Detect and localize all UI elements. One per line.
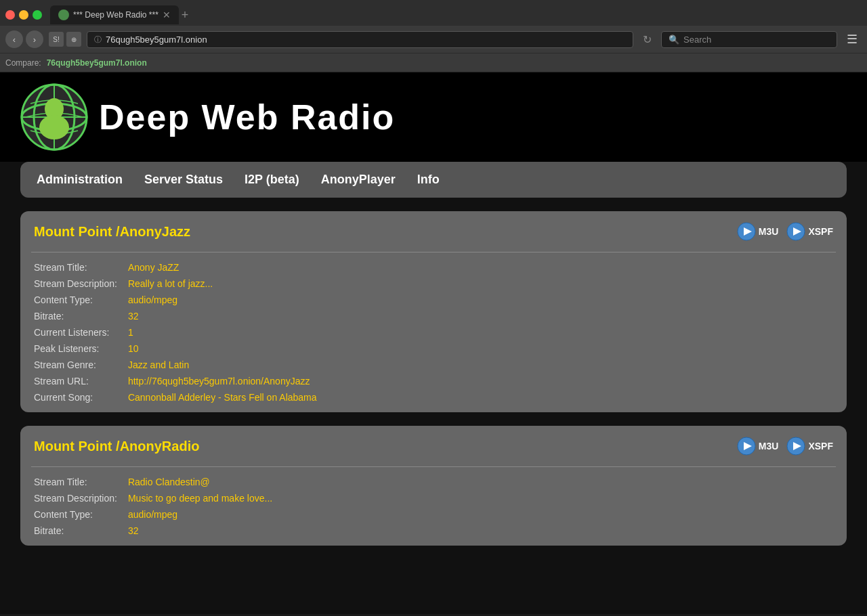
window-close-btn[interactable] bbox=[5, 10, 15, 20]
url-text: 76qugh5bey5gum7l.onion bbox=[106, 35, 207, 45]
value-content-type-0: audio/mpeg bbox=[128, 294, 833, 305]
value-current-listeners-0: 1 bbox=[128, 327, 833, 338]
mount-details-anony-jazz: Stream Title: Anony JaZZ Stream Descript… bbox=[20, 252, 847, 412]
label-content-type-1: Content Type: bbox=[34, 509, 117, 520]
nav-info[interactable]: Info bbox=[417, 173, 440, 187]
mount-card-anony-jazz: Mount Point /AnonyJazz M3U bbox=[20, 211, 847, 412]
xspf-label-anony-jazz: XSPF bbox=[808, 226, 833, 237]
label-peak-listeners-0: Peak Listeners: bbox=[34, 343, 117, 354]
xspf-btn-anony-radio[interactable]: XSPF bbox=[786, 437, 833, 456]
tab-bar: *** Deep Web Radio *** ✕ + bbox=[0, 0, 867, 26]
back-btn[interactable]: ‹ bbox=[5, 30, 23, 48]
m3u-label-anony-radio: M3U bbox=[759, 441, 779, 452]
page-content: Deep Web Radio Administration Server Sta… bbox=[0, 72, 867, 614]
search-bar[interactable]: 🔍 Search bbox=[661, 31, 837, 48]
value-stream-genre-0: Jazz and Latin bbox=[128, 359, 833, 370]
site-title: Deep Web Radio bbox=[99, 97, 395, 137]
label-current-listeners-0: Current Listeners: bbox=[34, 327, 117, 338]
value-bitrate-1: 32 bbox=[128, 525, 833, 536]
label-content-type-0: Content Type: bbox=[34, 294, 117, 305]
nav-anony-player[interactable]: AnonyPlayer bbox=[321, 173, 396, 187]
mount-header-anony-radio: Mount Point /AnonyRadio M3U bbox=[20, 426, 847, 466]
window-min-btn[interactable] bbox=[19, 10, 28, 20]
site-header: Deep Web Radio bbox=[0, 72, 867, 162]
mount-card-anony-radio: Mount Point /AnonyRadio M3U bbox=[20, 426, 847, 546]
window-max-btn[interactable] bbox=[33, 10, 42, 20]
reload-btn[interactable]: ↻ bbox=[639, 32, 656, 47]
nav-server-status[interactable]: Server Status bbox=[144, 173, 223, 187]
label-current-song-0: Current Song: bbox=[34, 392, 117, 403]
mount-header-anony-jazz: Mount Point /AnonyJazz M3U bbox=[20, 211, 847, 252]
compare-url: 76qugh5bey5gum7l.onion bbox=[47, 58, 147, 68]
svg-point-7 bbox=[39, 115, 69, 139]
m3u-btn-anony-jazz[interactable]: M3U bbox=[737, 222, 779, 241]
value-stream-title-0: Anony JaZZ bbox=[128, 262, 833, 273]
value-current-song-0: Cannonball Adderley - Stars Fell on Alab… bbox=[128, 392, 833, 403]
forward-btn[interactable]: › bbox=[26, 30, 43, 48]
m3u-btn-anony-radio[interactable]: M3U bbox=[737, 437, 779, 456]
search-placeholder: Search bbox=[683, 35, 711, 45]
value-peak-listeners-0: 10 bbox=[128, 343, 833, 354]
m3u-label-anony-jazz: M3U bbox=[759, 226, 779, 237]
tab-title: *** Deep Web Radio *** bbox=[73, 10, 158, 20]
mount-actions-anony-jazz: M3U XSPF bbox=[737, 222, 833, 241]
value-stream-url-0[interactable]: http://76qugh5bey5gum7l.onion/AnonyJazz bbox=[128, 376, 833, 387]
mount-title-anony-radio: Mount Point /AnonyRadio bbox=[34, 439, 199, 454]
label-stream-desc-0: Stream Description: bbox=[34, 278, 117, 289]
tab-favicon bbox=[58, 9, 69, 20]
value-stream-desc-1: Music to go deep and make love... bbox=[128, 493, 833, 504]
label-bitrate-0: Bitrate: bbox=[34, 311, 117, 322]
compare-toolbar: Compare: 76qugh5bey5gum7l.onion bbox=[0, 53, 867, 72]
label-stream-genre-0: Stream Genre: bbox=[34, 359, 117, 370]
new-tab-btn[interactable]: + bbox=[182, 8, 189, 22]
nav-administration[interactable]: Administration bbox=[37, 173, 123, 187]
mount-details-anony-radio: Stream Title: Radio Clandestin@ Stream D… bbox=[20, 467, 847, 546]
label-stream-title-0: Stream Title: bbox=[34, 262, 117, 273]
label-bitrate-1: Bitrate: bbox=[34, 525, 117, 536]
browser-chrome: *** Deep Web Radio *** ✕ + ‹ › S! ⊕ ⓘ 76… bbox=[0, 0, 867, 72]
nav-i2p-beta[interactable]: I2P (beta) bbox=[245, 173, 299, 187]
site-nav: Administration Server Status I2P (beta) … bbox=[20, 162, 847, 198]
security-icons: S! ⊕ bbox=[49, 32, 81, 47]
mount-title-anony-jazz: Mount Point /AnonyJazz bbox=[34, 224, 190, 240]
window-controls bbox=[5, 10, 42, 20]
browser-menu-btn[interactable]: ☰ bbox=[843, 30, 862, 48]
tab-close-btn[interactable]: ✕ bbox=[163, 9, 171, 20]
address-bar: ‹ › S! ⊕ ⓘ 76qugh5bey5gum7l.onion ↻ 🔍 Se… bbox=[0, 26, 867, 53]
security-icon-1[interactable]: S! bbox=[49, 32, 64, 47]
browser-tab[interactable]: *** Deep Web Radio *** ✕ bbox=[50, 5, 179, 24]
value-stream-desc-0: Really a lot of jazz... bbox=[128, 278, 833, 289]
xspf-label-anony-radio: XSPF bbox=[808, 441, 833, 452]
xspf-btn-anony-jazz[interactable]: XSPF bbox=[786, 222, 833, 241]
security-icon-2[interactable]: ⊕ bbox=[66, 32, 81, 47]
url-info-icon: ⓘ bbox=[94, 35, 102, 45]
value-stream-title-1: Radio Clandestin@ bbox=[128, 477, 833, 487]
label-stream-desc-1: Stream Description: bbox=[34, 493, 117, 504]
compare-label: Compare: bbox=[5, 58, 41, 68]
value-content-type-1: audio/mpeg bbox=[128, 509, 833, 520]
label-stream-title-1: Stream Title: bbox=[34, 477, 117, 487]
nav-buttons: ‹ › bbox=[5, 30, 43, 48]
value-bitrate-0: 32 bbox=[128, 311, 833, 322]
cards-area: Mount Point /AnonyJazz M3U bbox=[0, 198, 867, 559]
mount-actions-anony-radio: M3U XSPF bbox=[737, 437, 833, 456]
search-icon: 🔍 bbox=[669, 35, 679, 45]
site-logo bbox=[20, 83, 88, 151]
url-bar[interactable]: ⓘ 76qugh5bey5gum7l.onion bbox=[87, 31, 633, 48]
stream-url-link-0[interactable]: http://76qugh5bey5gum7l.onion/AnonyJazz bbox=[128, 376, 310, 387]
label-stream-url-0: Stream URL: bbox=[34, 376, 117, 387]
